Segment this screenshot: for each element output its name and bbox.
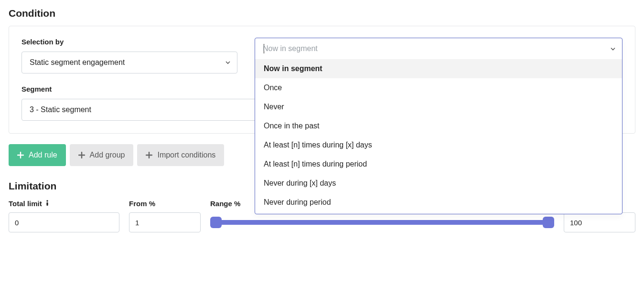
selection-condition-option[interactable]: At least [n] times during period: [255, 155, 622, 174]
range-handle-left[interactable]: [210, 217, 222, 228]
add-rule-button[interactable]: Add rule: [9, 144, 66, 166]
chevron-down-icon: [225, 60, 230, 65]
selection-condition-option[interactable]: Once: [255, 78, 622, 97]
svg-rect-1: [46, 202, 48, 206]
range-slider[interactable]: [210, 220, 554, 225]
plus-icon: [146, 152, 152, 158]
total-limit-label: Total limit: [9, 199, 119, 208]
from-percent-label: From %: [129, 199, 201, 208]
selection-condition-option[interactable]: Now in segment: [255, 59, 622, 78]
add-group-label: Add group: [90, 151, 125, 159]
range-handle-right[interactable]: [543, 217, 554, 228]
selection-condition-option[interactable]: Never: [255, 97, 622, 116]
selection-by-value: Static segment engagement: [30, 58, 125, 67]
selection-condition-select[interactable]: Now in segment Now in segmentOnceNeverOn…: [255, 38, 623, 214]
condition-title: Condition: [9, 8, 635, 19]
selection-condition-option[interactable]: Never during [x] days: [255, 174, 622, 193]
selection-condition-option[interactable]: Once in the past: [255, 116, 622, 136]
selection-condition-option[interactable]: Never during period: [255, 193, 622, 212]
selection-condition-option[interactable]: At least [n] times during [x] days: [255, 136, 622, 155]
segment-value: 3 - Static segment: [30, 105, 91, 114]
chevron-down-icon: [611, 45, 615, 53]
from-percent-input[interactable]: [129, 212, 201, 232]
plus-icon: [78, 152, 85, 158]
selection-by-select[interactable]: Static segment engagement: [21, 52, 237, 73]
svg-point-0: [46, 200, 48, 201]
import-conditions-button[interactable]: Import conditions: [137, 144, 224, 166]
total-limit-input[interactable]: [9, 212, 119, 232]
selection-by-label: Selection by: [21, 38, 237, 46]
selection-condition-placeholder: Now in segment: [263, 44, 318, 53]
info-icon[interactable]: [45, 199, 50, 208]
plus-icon: [17, 152, 24, 158]
import-conditions-label: Import conditions: [157, 151, 215, 159]
condition-card: Selection by Static segment engagement S…: [9, 26, 635, 134]
to-percent-input[interactable]: [564, 212, 635, 232]
add-group-button[interactable]: Add group: [70, 144, 134, 166]
selection-condition-input[interactable]: Now in segment: [255, 38, 622, 59]
add-rule-label: Add rule: [29, 151, 57, 159]
